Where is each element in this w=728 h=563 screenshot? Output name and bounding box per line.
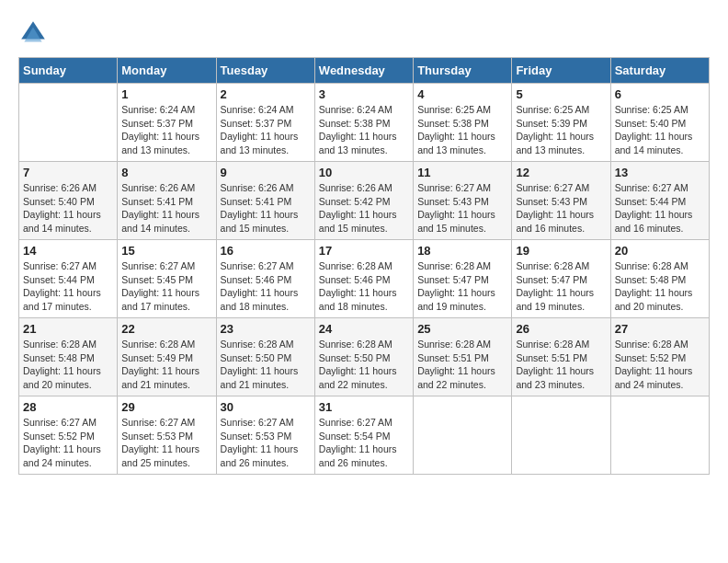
calendar-cell: 5Sunrise: 6:25 AM Sunset: 5:39 PM Daylig… (512, 84, 610, 162)
calendar-cell: 13Sunrise: 6:27 AM Sunset: 5:44 PM Dayli… (610, 162, 709, 240)
day-info: Sunrise: 6:25 AM Sunset: 5:38 PM Dayligh… (417, 103, 507, 157)
day-info: Sunrise: 6:24 AM Sunset: 5:38 PM Dayligh… (319, 103, 409, 157)
calendar-cell: 9Sunrise: 6:26 AM Sunset: 5:41 PM Daylig… (216, 162, 314, 240)
day-info: Sunrise: 6:27 AM Sunset: 5:44 PM Dayligh… (615, 181, 705, 236)
calendar-cell: 22Sunrise: 6:28 AM Sunset: 5:49 PM Dayli… (118, 318, 216, 396)
calendar-cell: 21Sunrise: 6:28 AM Sunset: 5:48 PM Dayli… (19, 318, 118, 396)
day-info: Sunrise: 6:28 AM Sunset: 5:51 PM Dayligh… (516, 338, 606, 392)
header-tuesday: Tuesday (216, 58, 314, 84)
header-monday: Monday (118, 58, 216, 84)
day-info: Sunrise: 6:27 AM Sunset: 5:54 PM Dayligh… (319, 416, 409, 470)
header-friday: Friday (512, 58, 610, 84)
calendar-cell: 17Sunrise: 6:28 AM Sunset: 5:46 PM Dayli… (314, 240, 413, 318)
day-info: Sunrise: 6:28 AM Sunset: 5:48 PM Dayligh… (23, 338, 113, 392)
calendar-cell (512, 396, 610, 475)
day-number: 24 (319, 322, 409, 336)
calendar-cell: 16Sunrise: 6:27 AM Sunset: 5:46 PM Dayli… (216, 240, 314, 318)
day-info: Sunrise: 6:28 AM Sunset: 5:50 PM Dayligh… (319, 338, 409, 392)
day-info: Sunrise: 6:24 AM Sunset: 5:37 PM Dayligh… (221, 103, 311, 157)
calendar-cell: 27Sunrise: 6:28 AM Sunset: 5:52 PM Dayli… (610, 318, 709, 396)
day-info: Sunrise: 6:28 AM Sunset: 5:52 PM Dayligh… (615, 338, 705, 392)
day-info: Sunrise: 6:27 AM Sunset: 5:52 PM Dayligh… (23, 416, 113, 470)
day-number: 27 (615, 322, 705, 336)
day-info: Sunrise: 6:28 AM Sunset: 5:48 PM Dayligh… (615, 259, 705, 314)
calendar-cell: 18Sunrise: 6:28 AM Sunset: 5:47 PM Dayli… (414, 240, 512, 318)
day-number: 22 (121, 322, 211, 336)
day-number: 20 (615, 244, 705, 258)
calendar-table: SundayMondayTuesdayWednesdayThursdayFrid… (18, 57, 710, 475)
header-sunday: Sunday (19, 58, 118, 84)
calendar-cell (19, 84, 118, 162)
calendar-cell: 4Sunrise: 6:25 AM Sunset: 5:38 PM Daylig… (414, 84, 512, 162)
calendar-cell: 26Sunrise: 6:28 AM Sunset: 5:51 PM Dayli… (512, 318, 610, 396)
day-info: Sunrise: 6:24 AM Sunset: 5:37 PM Dayligh… (121, 103, 211, 157)
day-number: 28 (23, 400, 113, 414)
day-number: 8 (121, 166, 211, 179)
logo (18, 18, 51, 48)
day-info: Sunrise: 6:28 AM Sunset: 5:46 PM Dayligh… (319, 259, 409, 314)
calendar-cell: 2Sunrise: 6:24 AM Sunset: 5:37 PM Daylig… (216, 84, 314, 162)
calendar-cell: 20Sunrise: 6:28 AM Sunset: 5:48 PM Dayli… (610, 240, 709, 318)
day-number: 25 (417, 322, 507, 336)
day-number: 7 (23, 166, 113, 179)
day-number: 29 (121, 400, 211, 414)
day-number: 1 (121, 87, 211, 101)
day-number: 6 (615, 87, 705, 101)
calendar-header: SundayMondayTuesdayWednesdayThursdayFrid… (19, 58, 710, 84)
header-saturday: Saturday (610, 58, 709, 84)
day-number: 14 (23, 244, 113, 258)
day-info: Sunrise: 6:26 AM Sunset: 5:40 PM Dayligh… (23, 181, 113, 236)
day-number: 30 (221, 400, 311, 414)
header-thursday: Thursday (414, 58, 512, 84)
day-info: Sunrise: 6:28 AM Sunset: 5:51 PM Dayligh… (417, 338, 507, 392)
day-info: Sunrise: 6:27 AM Sunset: 5:43 PM Dayligh… (516, 181, 606, 236)
day-info: Sunrise: 6:25 AM Sunset: 5:40 PM Dayligh… (615, 103, 705, 157)
day-info: Sunrise: 6:26 AM Sunset: 5:41 PM Dayligh… (221, 181, 311, 236)
calendar-cell: 12Sunrise: 6:27 AM Sunset: 5:43 PM Dayli… (512, 162, 610, 240)
day-info: Sunrise: 6:27 AM Sunset: 5:53 PM Dayligh… (121, 416, 211, 470)
week-row-4: 21Sunrise: 6:28 AM Sunset: 5:48 PM Dayli… (19, 318, 710, 396)
calendar-cell (414, 396, 512, 475)
day-number: 15 (121, 244, 211, 258)
calendar-cell: 6Sunrise: 6:25 AM Sunset: 5:40 PM Daylig… (610, 84, 709, 162)
day-info: Sunrise: 6:27 AM Sunset: 5:53 PM Dayligh… (221, 416, 311, 470)
calendar-cell: 7Sunrise: 6:26 AM Sunset: 5:40 PM Daylig… (19, 162, 118, 240)
week-row-1: 1Sunrise: 6:24 AM Sunset: 5:37 PM Daylig… (19, 84, 710, 162)
logo-icon (18, 18, 48, 48)
week-row-5: 28Sunrise: 6:27 AM Sunset: 5:52 PM Dayli… (19, 396, 710, 475)
day-info: Sunrise: 6:28 AM Sunset: 5:49 PM Dayligh… (121, 338, 211, 392)
day-number: 5 (516, 87, 606, 101)
calendar-body: 1Sunrise: 6:24 AM Sunset: 5:37 PM Daylig… (19, 84, 710, 475)
day-number: 13 (615, 166, 705, 179)
day-info: Sunrise: 6:27 AM Sunset: 5:44 PM Dayligh… (23, 259, 113, 314)
day-number: 11 (417, 166, 507, 179)
day-number: 23 (221, 322, 311, 336)
day-number: 10 (319, 166, 409, 179)
day-number: 3 (319, 87, 409, 101)
day-info: Sunrise: 6:26 AM Sunset: 5:42 PM Dayligh… (319, 181, 409, 236)
day-number: 21 (23, 322, 113, 336)
calendar-cell: 1Sunrise: 6:24 AM Sunset: 5:37 PM Daylig… (118, 84, 216, 162)
calendar-cell: 25Sunrise: 6:28 AM Sunset: 5:51 PM Dayli… (414, 318, 512, 396)
header-wednesday: Wednesday (314, 58, 413, 84)
day-info: Sunrise: 6:27 AM Sunset: 5:45 PM Dayligh… (121, 259, 211, 314)
day-number: 9 (221, 166, 311, 179)
day-number: 2 (221, 87, 311, 101)
page-header (18, 18, 710, 48)
calendar-cell: 10Sunrise: 6:26 AM Sunset: 5:42 PM Dayli… (314, 162, 413, 240)
day-info: Sunrise: 6:26 AM Sunset: 5:41 PM Dayligh… (121, 181, 211, 236)
day-number: 12 (516, 166, 606, 179)
week-row-2: 7Sunrise: 6:26 AM Sunset: 5:40 PM Daylig… (19, 162, 710, 240)
day-info: Sunrise: 6:27 AM Sunset: 5:43 PM Dayligh… (417, 181, 507, 236)
calendar-cell: 31Sunrise: 6:27 AM Sunset: 5:54 PM Dayli… (314, 396, 413, 475)
calendar-cell: 23Sunrise: 6:28 AM Sunset: 5:50 PM Dayli… (216, 318, 314, 396)
day-number: 31 (319, 400, 409, 414)
calendar-cell: 15Sunrise: 6:27 AM Sunset: 5:45 PM Dayli… (118, 240, 216, 318)
day-number: 19 (516, 244, 606, 258)
calendar-cell: 28Sunrise: 6:27 AM Sunset: 5:52 PM Dayli… (19, 396, 118, 475)
day-number: 18 (417, 244, 507, 258)
day-info: Sunrise: 6:28 AM Sunset: 5:47 PM Dayligh… (417, 259, 507, 314)
day-number: 26 (516, 322, 606, 336)
calendar-cell: 11Sunrise: 6:27 AM Sunset: 5:43 PM Dayli… (414, 162, 512, 240)
day-info: Sunrise: 6:27 AM Sunset: 5:46 PM Dayligh… (221, 259, 311, 314)
